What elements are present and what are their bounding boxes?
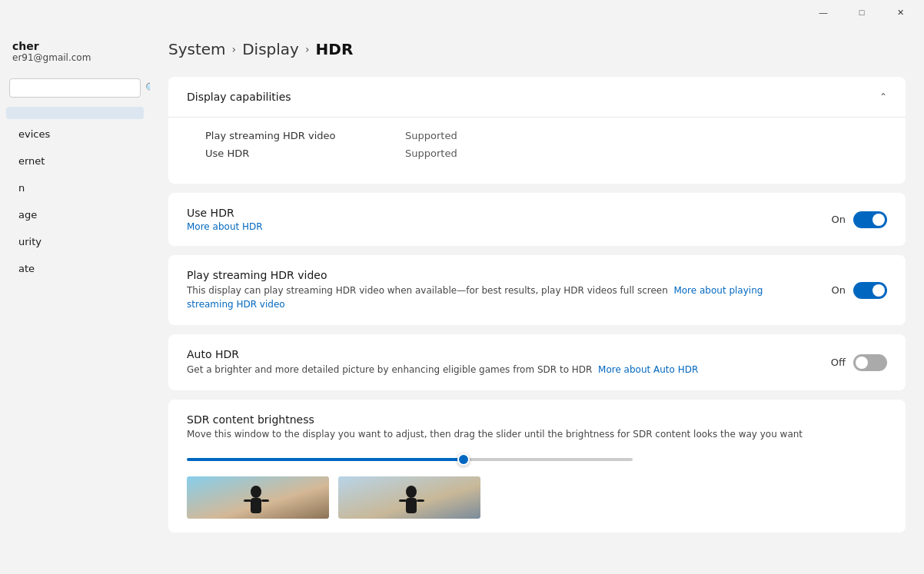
preview-image-left [187,476,329,519]
svg-rect-7 [406,498,417,513]
display-capabilities-header[interactable]: Display capabilities ⌃ [168,77,906,117]
sidebar-search-box[interactable]: 🔍 [9,78,141,98]
sidebar-item-security[interactable]: urity [6,230,144,254]
app-body: cher er91@gmail.com 🔍 evices ernet n age… [0,25,924,574]
use-hdr-knob [872,214,885,226]
play-streaming-card: Play streaming HDR video This display ca… [168,255,906,325]
use-hdr-card: Use HDR More about HDR On [168,193,906,246]
play-streaming-desc: This display can play streaming HDR vide… [187,284,786,311]
display-capabilities-title: Display capabilities [187,91,291,103]
sidebar-item-storage[interactable]: age [6,203,144,227]
chevron-up-icon: ⌃ [879,91,887,102]
svg-rect-4 [261,499,269,502]
sidebar-item-personalization[interactable]: n [6,176,144,200]
cap-label-streaming: Play streaming HDR video [205,130,374,141]
breadcrumb-display[interactable]: Display [242,40,299,58]
cap-value-streaming: Supported [405,130,457,141]
auto-hdr-desc: Get a brighter and more detailed picture… [187,363,698,377]
svg-rect-3 [244,499,251,502]
breadcrumb-system[interactable]: System [168,40,226,58]
cap-label-usehdr: Use HDR [205,148,374,159]
maximize-button[interactable]: □ [844,0,879,25]
play-streaming-toggle-right: On [832,282,887,299]
auto-hdr-knob [856,357,868,369]
use-hdr-toggle[interactable] [853,211,887,228]
cap-row-usehdr: Use HDR Supported [205,148,869,159]
preview-image-right [338,476,480,519]
svg-rect-8 [399,499,407,502]
auto-hdr-toggle[interactable] [853,354,887,371]
play-streaming-toggle[interactable] [853,282,887,299]
use-hdr-state: On [832,214,846,225]
svg-rect-2 [251,498,261,513]
use-hdr-link[interactable]: More about HDR [187,221,263,232]
sdr-brightness-card: SDR content brightness Move this window … [168,400,906,533]
brightness-slider-thumb[interactable] [457,453,470,466]
sidebar: cher er91@gmail.com 🔍 evices ernet n age… [0,25,150,574]
user-name: cher [12,40,138,52]
sidebar-item-selected[interactable] [6,107,144,119]
cap-row-streaming: Play streaming HDR video Supported [205,130,869,141]
close-button[interactable]: ✕ [882,0,918,25]
search-input[interactable] [16,82,145,94]
breadcrumb-hdr: HDR [316,40,354,58]
cap-value-usehdr: Supported [405,148,457,159]
sdr-brightness-title: SDR content brightness [187,413,887,426]
auto-hdr-state: Off [831,357,846,368]
minimize-button[interactable]: — [806,0,841,25]
user-email: er91@gmail.com [12,52,138,63]
svg-rect-9 [417,499,424,502]
sdr-brightness-desc: Move this window to the display you want… [187,429,887,440]
auto-hdr-title: Auto HDR [187,348,698,360]
breadcrumb-sep-2: › [305,43,310,55]
main-content: System › Display › HDR Display capabilit… [150,25,924,574]
use-hdr-toggle-right: On [832,211,887,228]
capabilities-table: Play streaming HDR video Supported Use H… [168,117,906,184]
sidebar-user: cher er91@gmail.com [0,34,150,75]
play-streaming-title: Play streaming HDR video [187,269,786,281]
play-streaming-state: On [832,284,846,296]
title-bar: — □ ✕ [0,0,924,25]
auto-hdr-toggle-right: Off [831,354,887,371]
auto-hdr-left: Auto HDR Get a brighter and more detaile… [187,348,698,377]
brightness-slider-track[interactable] [187,458,633,461]
brightness-slider-container [187,452,887,467]
use-hdr-left: Use HDR More about HDR [187,207,263,232]
auto-hdr-link[interactable]: More about Auto HDR [598,364,698,375]
display-capabilities-card: Display capabilities ⌃ Play streaming HD… [168,77,906,184]
svg-point-6 [406,486,417,498]
breadcrumb-sep-1: › [232,43,237,55]
use-hdr-title: Use HDR [187,207,263,219]
sidebar-item-update[interactable]: ate [6,257,144,280]
play-streaming-knob [872,284,885,297]
preview-images [187,476,887,519]
sidebar-item-internet[interactable]: ernet [6,149,144,173]
auto-hdr-card: Auto HDR Get a brighter and more detaile… [168,334,906,390]
breadcrumb: System › Display › HDR [168,40,906,58]
play-streaming-left: Play streaming HDR video This display ca… [187,269,786,311]
svg-point-1 [251,486,261,498]
sidebar-item-devices[interactable]: evices [6,122,144,146]
